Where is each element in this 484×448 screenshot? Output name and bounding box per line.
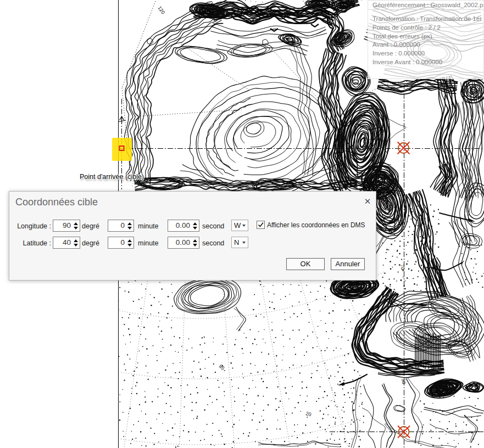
svg-text:70: 70: [399, 264, 406, 271]
svg-text:20: 20: [305, 411, 312, 417]
svg-text:50: 50: [400, 378, 407, 385]
